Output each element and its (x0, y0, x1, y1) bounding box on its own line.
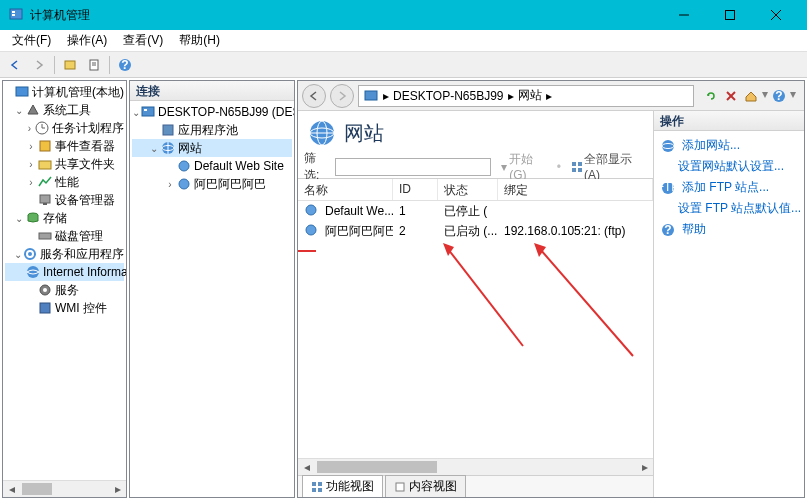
ftp-icon: FTP (660, 180, 676, 196)
svg-point-50 (306, 205, 316, 215)
svg-rect-46 (572, 162, 576, 166)
addr-refresh-icon[interactable] (702, 87, 720, 105)
svg-text:?: ? (121, 58, 128, 72)
svg-rect-29 (142, 107, 154, 116)
window-title: 计算机管理 (30, 7, 661, 24)
col-id[interactable]: ID (393, 179, 438, 200)
grid-header: 名称 ID 状态 绑定 (298, 179, 653, 201)
col-name[interactable]: 名称 (298, 179, 393, 200)
menu-file[interactable]: 文件(F) (4, 30, 59, 51)
svg-point-51 (306, 225, 316, 235)
svg-text:?: ? (775, 89, 782, 103)
tree-iis[interactable]: Internet Informat (5, 263, 124, 281)
maximize-button[interactable] (707, 0, 753, 30)
tree-storage[interactable]: ⌄存储 (5, 209, 124, 227)
action-add-ftp[interactable]: FTP添加 FTP 站点... (658, 177, 800, 198)
main-content: 网站 筛选: ▾ 开始(G) • 全部显示(A) 名称 ID 状态 绑定 (298, 111, 804, 497)
conn-sites[interactable]: ⌄网站 (132, 139, 292, 157)
addr-stop-icon[interactable] (722, 87, 740, 105)
tree-system-tools[interactable]: ⌄系统工具 (5, 101, 124, 119)
tree-shared-folders[interactable]: ›共享文件夹 (5, 155, 124, 173)
addr-sep: ▸ (546, 89, 552, 103)
tab-features[interactable]: 功能视图 (302, 475, 383, 497)
tree-services[interactable]: 服务 (5, 281, 124, 299)
svg-rect-20 (43, 203, 47, 205)
action-ftp-defaults[interactable]: 设置 FTP 站点默认值... (658, 198, 800, 219)
filter-input[interactable] (335, 158, 491, 176)
cell-binding (498, 210, 653, 212)
filter-show-all[interactable]: 全部显示(A) (567, 151, 647, 182)
conn-custom-site[interactable]: ›阿巴阿巴阿巴 (132, 175, 292, 193)
filter-go[interactable]: ▾ 开始(G) (497, 151, 551, 182)
col-status[interactable]: 状态 (438, 179, 498, 200)
help-button[interactable]: ? (114, 54, 136, 76)
center-column: 网站 筛选: ▾ 开始(G) • 全部显示(A) 名称 ID 状态 绑定 (298, 111, 654, 497)
conn-app-pools[interactable]: 应用程序池 (132, 121, 292, 139)
minimize-button[interactable] (661, 0, 707, 30)
addr-home-icon[interactable] (742, 87, 760, 105)
svg-rect-22 (39, 233, 51, 239)
menubar: 文件(F) 操作(A) 查看(V) 帮助(H) (0, 30, 807, 52)
grid-hscrollbar[interactable]: ◂▸ (298, 458, 653, 475)
forward-button[interactable] (28, 54, 50, 76)
tree-task-scheduler[interactable]: ›任务计划程序 (5, 119, 124, 137)
menu-action[interactable]: 操作(A) (59, 30, 115, 51)
svg-rect-17 (40, 141, 50, 151)
grid-row[interactable]: 阿巴阿巴阿巴 2 已启动 (... 192.168.0.105:21: (ftp… (298, 221, 653, 241)
actions-panel: 操作 添加网站... 设置网站默认设置... FTP添加 FTP 站点... 设… (654, 111, 804, 497)
toolbar-btn-1[interactable] (59, 54, 81, 76)
svg-rect-4 (726, 11, 735, 20)
menu-help[interactable]: 帮助(H) (171, 30, 228, 51)
connections-panel: 连接 ⌄DESKTOP-N65BJ99 (DESKTOP 应用程序池 ⌄网站 D… (129, 80, 295, 498)
address-box[interactable]: ▸ DESKTOP-N65BJ99 ▸ 网站 ▸ (358, 85, 694, 107)
properties-button[interactable] (83, 54, 105, 76)
addr-seg-sites[interactable]: 网站 (516, 87, 544, 104)
addr-help-icon[interactable]: ? (770, 87, 788, 105)
svg-text:FTP: FTP (660, 180, 676, 194)
conn-host[interactable]: ⌄DESKTOP-N65BJ99 (DESKTOP (132, 103, 292, 121)
left-hscrollbar[interactable]: ◂▸ (3, 480, 126, 497)
action-site-defaults[interactable]: 设置网站默认设置... (658, 156, 800, 177)
svg-rect-48 (572, 168, 576, 172)
tree-wmi[interactable]: WMI 控件 (5, 299, 124, 317)
svg-rect-0 (10, 9, 22, 19)
tree-device-manager[interactable]: 设备管理器 (5, 191, 124, 209)
cell-status: 已停止 ( (438, 202, 498, 221)
cell-id: 1 (393, 203, 438, 219)
tree-disk-management[interactable]: 磁盘管理 (5, 227, 124, 245)
conn-default-site[interactable]: Default Web Site (132, 157, 292, 175)
svg-rect-19 (40, 195, 50, 203)
app-icon (8, 7, 24, 23)
grid-row[interactable]: Default We... 1 已停止 ( (298, 201, 653, 221)
nav-back-button[interactable] (302, 84, 326, 108)
svg-rect-37 (365, 91, 377, 100)
svg-rect-2 (12, 14, 15, 16)
cell-status: 已启动 (... (438, 222, 498, 241)
actions-list: 添加网站... 设置网站默认设置... FTP添加 FTP 站点... 设置 F… (654, 131, 804, 244)
addr-seg-host[interactable]: DESKTOP-N65BJ99 (391, 89, 506, 103)
address-bar: ▸ DESKTOP-N65BJ99 ▸ 网站 ▸ ▾ ? ▾ (298, 81, 804, 111)
action-add-website[interactable]: 添加网站... (658, 135, 800, 156)
svg-rect-59 (396, 483, 404, 491)
view-tabs: 功能视图 内容视图 (298, 475, 653, 497)
site-icon (304, 223, 320, 239)
tab-content[interactable]: 内容视图 (385, 475, 466, 497)
close-button[interactable] (753, 0, 799, 30)
sites-grid: 名称 ID 状态 绑定 Default We... 1 已停止 ( 阿巴阿巴阿巴… (298, 179, 653, 458)
svg-rect-31 (163, 125, 173, 135)
addr-sep: ▸ (508, 89, 514, 103)
action-help[interactable]: ?帮助 (658, 219, 800, 240)
server-icon (363, 88, 379, 104)
col-binding[interactable]: 绑定 (498, 179, 653, 200)
back-button[interactable] (4, 54, 26, 76)
filter-bar: 筛选: ▾ 开始(G) • 全部显示(A) (298, 155, 653, 179)
tree-event-viewer[interactable]: ›事件查看器 (5, 137, 124, 155)
tree-root[interactable]: 计算机管理(本地) (5, 83, 124, 101)
svg-point-36 (179, 179, 189, 189)
tree-services-apps[interactable]: ⌄服务和应用程序 (5, 245, 124, 263)
nav-forward-button[interactable] (330, 84, 354, 108)
tree-performance[interactable]: ›性能 (5, 173, 124, 191)
menu-view[interactable]: 查看(V) (115, 30, 171, 51)
sites-icon (308, 119, 336, 147)
svg-rect-7 (65, 61, 75, 69)
